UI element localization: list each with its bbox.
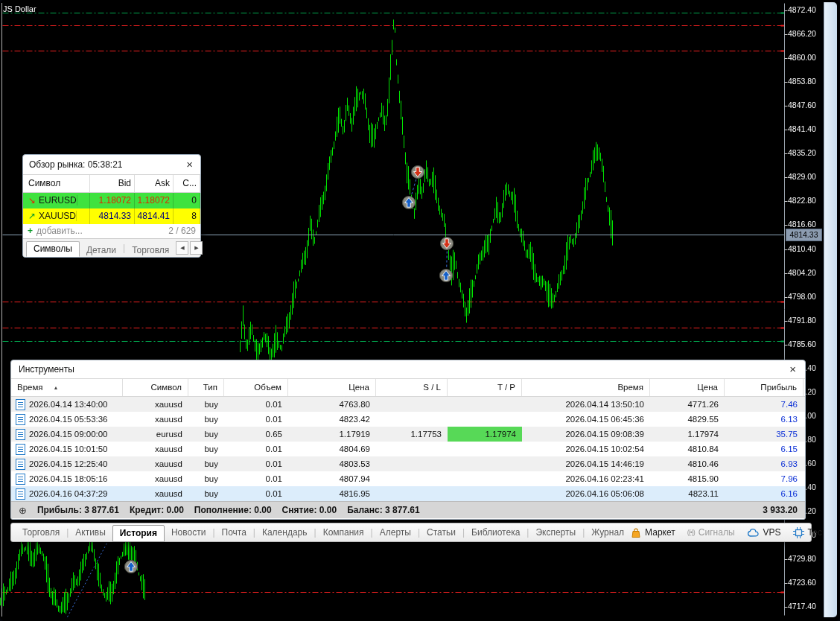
- history-row[interactable]: 2026.04.15 12:25:40xauusdbuy0.014803.532…: [11, 456, 805, 471]
- history-column-2[interactable]: Символ: [123, 379, 188, 396]
- toolbox-tab-11[interactable]: Эксперты: [529, 527, 582, 538]
- history-row[interactable]: 2026.04.14 13:40:00xauusdbuy0.014763.802…: [11, 397, 805, 412]
- column-symbol[interactable]: Символ: [23, 175, 90, 192]
- history-column-9[interactable]: Цена: [650, 379, 725, 396]
- status-item-сигналы[interactable]: ((•))Сигналы: [687, 527, 735, 538]
- market-watch-tab-2[interactable]: Детали: [80, 243, 123, 257]
- market-watch-titlebar[interactable]: Обзор рынка: 05:38:21 ×: [23, 155, 200, 174]
- market-watch-close-icon[interactable]: ×: [185, 155, 194, 174]
- history-column-5[interactable]: Цена: [288, 379, 376, 396]
- tester-chip-icon: [793, 527, 804, 538]
- history-column-7[interactable]: T / P: [448, 379, 522, 396]
- history-row[interactable]: 2026.04.15 05:53:36xauusdbuy0.014823.422…: [11, 412, 805, 427]
- market-watch-header: Символ Bid Ask С...: [23, 174, 200, 193]
- close-price: 1.17974: [650, 427, 725, 442]
- order-type: buy: [188, 471, 224, 486]
- expand-icon[interactable]: ⊕: [19, 505, 27, 516]
- trend-down-arrow-icon: ↘: [28, 193, 39, 208]
- price-axis-label: 4723.60: [788, 578, 822, 587]
- profit-value: 6.93: [725, 456, 804, 471]
- history-row[interactable]: 2026.04.16 04:37:29xauusdbuy0.014816.952…: [11, 486, 805, 501]
- market-watch-tab-3[interactable]: Торговля: [125, 243, 176, 257]
- stop-loss: [376, 442, 448, 456]
- symbol: xauusd: [123, 412, 188, 427]
- market-watch-rows: ↘EURUSD1.180721.180720↗XAUUSD4814.334814…: [23, 193, 200, 224]
- toolbox-tab-8[interactable]: Алерты: [373, 527, 418, 538]
- column-bid[interactable]: Bid: [90, 175, 135, 192]
- summary-items: Прибыль: 3 877.61Кредит: 0.00Пополнение:…: [37, 505, 430, 515]
- price-axis-label: 4853.80: [788, 77, 822, 86]
- open-price: 4823.42: [288, 412, 376, 427]
- toolbox-titlebar[interactable]: Инструменты ×: [11, 360, 805, 378]
- close-price: 4810.46: [650, 456, 725, 471]
- symbol: xauusd: [123, 442, 188, 456]
- toolbox-tab-2[interactable]: Активы: [69, 527, 112, 538]
- status-item-тес[interactable]: Тес: [793, 527, 822, 538]
- take-profit: [448, 442, 522, 456]
- history-column-6[interactable]: S / L: [376, 379, 448, 396]
- close-time: 2026.04.14 13:50:10: [522, 397, 650, 412]
- column-spread[interactable]: С...: [174, 175, 200, 192]
- statusbar-items: Маркет((•))СигналыVPSТес: [631, 527, 830, 538]
- symbol: xauusd: [123, 397, 188, 412]
- price-axis-label: 4847.60: [788, 101, 822, 109]
- history-row[interactable]: 2026.04.15 09:00:00eurusdbuy0.651.179191…: [11, 427, 805, 442]
- price-axis-label: 4860.00: [788, 53, 822, 62]
- vps-cloud-icon: [747, 528, 760, 538]
- toolbox-tab-6[interactable]: Календарь: [255, 527, 314, 538]
- tab-scroll-left-icon[interactable]: ◀: [176, 241, 188, 255]
- toolbox-tabstrip: Торговля|АктивыИсторияНовости|Почта|Кале…: [10, 523, 812, 542]
- tab-scroll-right-icon[interactable]: ▶: [190, 241, 203, 255]
- chart-title: JS Dollar: [3, 4, 36, 13]
- order-icon: [16, 399, 25, 410]
- market-watch-tab-1[interactable]: Символы: [26, 241, 80, 257]
- toolbox-tab-5[interactable]: Почта: [215, 527, 253, 538]
- spread-value: 8: [174, 208, 200, 224]
- toolbox-close-icon[interactable]: ×: [788, 360, 798, 378]
- take-profit: [448, 397, 522, 412]
- order-icon: [16, 488, 25, 500]
- add-symbol-label[interactable]: добавить...: [36, 224, 83, 238]
- status-item-маркет[interactable]: Маркет: [631, 527, 675, 538]
- toolbox-tab-10[interactable]: Библиотека: [465, 527, 526, 538]
- terminal-window: JS Dollar 4872.404866.204860.004853.8048…: [0, 0, 840, 621]
- price-axis-label: 4872.40: [788, 5, 822, 14]
- ask-value: 4814.41: [135, 208, 174, 224]
- toolbox-tab-3[interactable]: История: [112, 525, 165, 542]
- toolbox-tab-1[interactable]: Торговля: [16, 527, 66, 538]
- trade-marker-buy-icon[interactable]: [439, 268, 454, 283]
- history-column-3[interactable]: Тип: [188, 379, 224, 396]
- trade-marker-sell-icon[interactable]: [410, 165, 425, 179]
- order-icon: [16, 474, 25, 485]
- market-watch-add-row[interactable]: + добавить... 2 / 629: [23, 224, 200, 238]
- column-ask[interactable]: Ask: [135, 175, 174, 192]
- current-price-tag: 4814.33: [786, 229, 822, 241]
- stop-loss: [376, 471, 448, 486]
- ask-value: 1.18072: [135, 193, 174, 208]
- take-profit: 1.17974: [448, 427, 522, 442]
- history-column-1[interactable]: Время▲: [11, 379, 123, 396]
- bid-value: 1.18072: [90, 193, 135, 208]
- toolbox-tab-7[interactable]: Компания: [316, 527, 371, 538]
- status-item-vps[interactable]: VPS: [747, 527, 781, 538]
- toolbox-tab-9[interactable]: Статьи: [420, 527, 462, 538]
- market-watch-row[interactable]: ↗XAUUSD4814.334814.418: [23, 208, 200, 224]
- open-price: 4807.94: [288, 471, 376, 486]
- profit-value: 6.15: [725, 442, 804, 456]
- toolbox-tab-4[interactable]: Новости: [165, 527, 212, 538]
- status-item-label: Тес: [808, 527, 822, 538]
- toolbox-tab-12[interactable]: Журнал: [585, 527, 631, 538]
- history-column-8[interactable]: Время: [522, 379, 650, 396]
- history-column-10[interactable]: Прибыль: [725, 379, 804, 396]
- trade-marker-buy-icon[interactable]: [124, 559, 139, 574]
- profit-value: 7.96: [725, 471, 804, 486]
- history-row[interactable]: 2026.04.15 10:01:50xauusdbuy0.014804.692…: [11, 442, 805, 456]
- order-icon: [16, 444, 25, 455]
- trade-marker-buy-icon[interactable]: [401, 195, 416, 210]
- trade-marker-sell-icon[interactable]: [439, 236, 454, 251]
- market-watch-row[interactable]: ↘EURUSD1.180721.180720: [23, 193, 200, 208]
- price-axis-label: 4810.40: [788, 244, 822, 253]
- history-column-4[interactable]: Объем: [224, 379, 288, 396]
- history-row[interactable]: 2026.04.15 18:05:16xauusdbuy0.014807.942…: [11, 471, 805, 486]
- open-time: 2026.04.15 09:00:00: [11, 427, 123, 442]
